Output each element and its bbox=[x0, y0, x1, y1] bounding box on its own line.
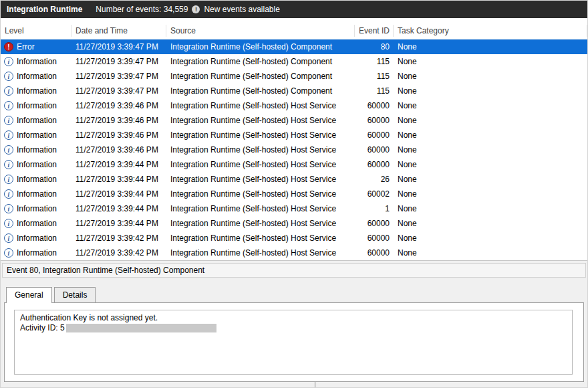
event-id-cell: 60000 bbox=[355, 145, 394, 155]
level-cell: iInformation bbox=[1, 130, 71, 140]
task-category-cell: None bbox=[394, 57, 587, 66]
table-row[interactable]: iInformation11/27/2019 3:39:46 PMIntegra… bbox=[1, 128, 587, 142]
event-detail-title: Event 80, Integration Runtime (Self-host… bbox=[2, 263, 586, 278]
level-cell: iInformation bbox=[1, 86, 71, 96]
column-header-level[interactable]: Level bbox=[1, 25, 71, 37]
level-label: Information bbox=[17, 86, 57, 96]
level-label: Information bbox=[17, 160, 57, 169]
event-id-cell: 60000 bbox=[355, 101, 394, 110]
datetime-cell: 11/27/2019 3:39:46 PM bbox=[71, 130, 166, 140]
event-id-cell: 115 bbox=[355, 72, 394, 81]
table-row[interactable]: iInformation11/27/2019 3:39:47 PMIntegra… bbox=[1, 84, 587, 98]
source-cell: Integration Runtime (Self-hosted) Host S… bbox=[166, 160, 355, 169]
datetime-cell: 11/27/2019 3:39:47 PM bbox=[71, 57, 166, 66]
task-category-cell: None bbox=[394, 116, 587, 125]
datetime-cell: 11/27/2019 3:39:46 PM bbox=[71, 116, 166, 125]
datetime-cell: 11/27/2019 3:39:42 PM bbox=[71, 248, 166, 258]
task-category-cell: None bbox=[394, 219, 587, 228]
table-row[interactable]: iInformation11/27/2019 3:39:42 PMIntegra… bbox=[1, 231, 587, 246]
level-label: Information bbox=[17, 72, 57, 81]
source-cell: Integration Runtime (Self-hosted) Host S… bbox=[166, 145, 355, 155]
source-cell: Integration Runtime (Self-hosted) Host S… bbox=[166, 233, 355, 243]
source-cell: Integration Runtime (Self-hosted) Compon… bbox=[166, 86, 355, 96]
event-message-box[interactable]: Authentication Key is not assigned yet. … bbox=[14, 310, 573, 375]
level-cell: iInformation bbox=[1, 57, 71, 66]
table-row[interactable]: iInformation11/27/2019 3:39:44 PMIntegra… bbox=[1, 157, 587, 172]
table-row[interactable]: iInformation11/27/2019 3:39:47 PMIntegra… bbox=[1, 69, 587, 84]
source-cell: Integration Runtime (Self-hosted) Compon… bbox=[166, 57, 355, 66]
level-cell: iInformation bbox=[1, 219, 71, 228]
table-row[interactable]: iInformation11/27/2019 3:39:44 PMIntegra… bbox=[1, 201, 587, 216]
pane-splitter[interactable] bbox=[315, 382, 315, 387]
level-cell: iInformation bbox=[1, 145, 71, 155]
table-row[interactable]: iInformation11/27/2019 3:39:46 PMIntegra… bbox=[1, 113, 587, 128]
event-table-body: !Error11/27/2019 3:39:47 PMIntegration R… bbox=[1, 39, 587, 260]
activity-id-label: Activity ID: 5 bbox=[20, 323, 65, 332]
column-header-source[interactable]: Source bbox=[166, 25, 355, 37]
task-category-cell: None bbox=[394, 248, 587, 258]
level-cell: iInformation bbox=[1, 101, 71, 110]
information-icon: i bbox=[4, 233, 13, 243]
table-row[interactable]: iInformation11/27/2019 3:39:44 PMIntegra… bbox=[1, 216, 587, 231]
table-row[interactable]: !Error11/27/2019 3:39:47 PMIntegration R… bbox=[1, 39, 587, 54]
table-row[interactable]: iInformation11/27/2019 3:39:44 PMIntegra… bbox=[1, 187, 587, 201]
table-row[interactable]: iInformation11/27/2019 3:39:46 PMIntegra… bbox=[1, 142, 587, 157]
events-count-meta: Number of events: 34,559 ! New events av… bbox=[96, 5, 280, 14]
events-summary-bar: Integration Runtime Number of events: 34… bbox=[1, 1, 587, 18]
exclamation-icon: ! bbox=[192, 5, 200, 13]
source-cell: Integration Runtime (Self-hosted) Host S… bbox=[166, 175, 355, 184]
level-label: Information bbox=[17, 101, 57, 110]
log-title: Integration Runtime bbox=[7, 5, 82, 14]
information-icon: i bbox=[4, 219, 13, 228]
source-cell: Integration Runtime (Self-hosted) Host S… bbox=[166, 101, 355, 110]
event-message-line: Authentication Key is not assigned yet. bbox=[20, 313, 567, 323]
information-icon: i bbox=[4, 57, 13, 66]
table-row[interactable]: iInformation11/27/2019 3:39:47 PMIntegra… bbox=[1, 54, 587, 69]
task-category-cell: None bbox=[394, 175, 587, 184]
datetime-cell: 11/27/2019 3:39:44 PM bbox=[71, 189, 166, 199]
event-id-cell: 1 bbox=[355, 204, 394, 213]
source-cell: Integration Runtime (Self-hosted) Host S… bbox=[166, 204, 355, 213]
information-icon: i bbox=[4, 160, 13, 169]
level-label: Error bbox=[17, 42, 35, 52]
table-row[interactable]: iInformation11/27/2019 3:39:42 PMIntegra… bbox=[1, 246, 587, 260]
column-header-date-time[interactable]: Date and Time bbox=[71, 25, 166, 37]
information-icon: i bbox=[4, 86, 13, 96]
information-icon: i bbox=[4, 175, 13, 184]
level-label: Information bbox=[17, 219, 57, 228]
source-cell: Integration Runtime (Self-hosted) Host S… bbox=[166, 130, 355, 140]
level-cell: iInformation bbox=[1, 204, 71, 213]
table-row[interactable]: iInformation11/27/2019 3:39:46 PMIntegra… bbox=[1, 98, 587, 113]
level-cell: iInformation bbox=[1, 116, 71, 125]
source-cell: Integration Runtime (Self-hosted) Host S… bbox=[166, 116, 355, 125]
datetime-cell: 11/27/2019 3:39:47 PM bbox=[71, 72, 166, 81]
datetime-cell: 11/27/2019 3:39:44 PM bbox=[71, 219, 166, 228]
information-icon: i bbox=[4, 101, 13, 110]
error-icon: ! bbox=[4, 42, 13, 52]
new-events-text: New events available bbox=[204, 5, 279, 14]
event-detail-pane: Event 80, Integration Runtime (Self-host… bbox=[1, 261, 587, 387]
event-id-cell: 60002 bbox=[355, 189, 394, 199]
general-tab-page: Authentication Key is not assigned yet. … bbox=[4, 302, 584, 382]
event-id-cell: 60000 bbox=[355, 130, 394, 140]
level-cell: iInformation bbox=[1, 233, 71, 243]
event-id-cell: 60000 bbox=[355, 116, 394, 125]
datetime-cell: 11/27/2019 3:39:44 PM bbox=[71, 175, 166, 184]
level-cell: iInformation bbox=[1, 175, 71, 184]
datetime-cell: 11/27/2019 3:39:47 PM bbox=[71, 86, 166, 96]
task-category-cell: None bbox=[394, 189, 587, 199]
event-id-cell: 26 bbox=[355, 175, 394, 184]
column-header-task-category[interactable]: Task Category bbox=[394, 25, 587, 37]
information-icon: i bbox=[4, 204, 13, 213]
task-category-cell: None bbox=[394, 130, 587, 140]
source-cell: Integration Runtime (Self-hosted) Host S… bbox=[166, 219, 355, 228]
level-cell: iInformation bbox=[1, 248, 71, 258]
tab-general[interactable]: General bbox=[6, 287, 52, 303]
table-row[interactable]: iInformation11/27/2019 3:39:44 PMIntegra… bbox=[1, 172, 587, 187]
datetime-cell: 11/27/2019 3:39:44 PM bbox=[71, 160, 166, 169]
column-header-event-id[interactable]: Event ID bbox=[355, 25, 394, 37]
source-cell: Integration Runtime (Self-hosted) Compon… bbox=[166, 72, 355, 81]
table-header-row: Level Date and Time Source Event ID Task… bbox=[1, 22, 587, 39]
event-id-cell: 115 bbox=[355, 57, 394, 66]
tab-details[interactable]: Details bbox=[54, 287, 96, 302]
